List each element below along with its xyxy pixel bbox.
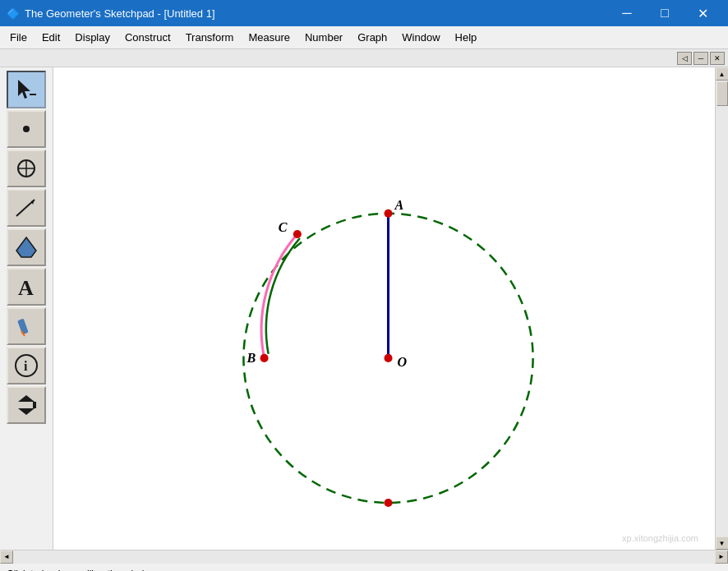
svg-text:B: B — [246, 351, 256, 365]
svg-marker-14 — [18, 395, 35, 402]
mdi-bar: ◁ ─ ✕ — [0, 49, 728, 67]
title-bar: 🔷 The Geometer's Sketchpad - [Untitled 1… — [0, 0, 728, 26]
svg-point-19 — [385, 210, 393, 218]
menu-measure[interactable]: Measure — [242, 29, 297, 46]
menu-bar: File Edit Display Construct Transform Me… — [0, 26, 728, 49]
svg-marker-15 — [18, 408, 35, 415]
canvas[interactable]: A O C B xp.xitongzhijia.com — [53, 67, 715, 550]
mdi-close-button[interactable]: ✕ — [710, 52, 725, 65]
mdi-minimize-button[interactable]: ─ — [693, 52, 708, 65]
scroll-right-button[interactable]: ► — [715, 550, 728, 564]
marker-tool[interactable] — [7, 307, 46, 345]
menu-edit[interactable]: Edit — [35, 29, 67, 46]
svg-marker-1 — [30, 94, 36, 95]
main-area: A i — [0, 67, 728, 550]
svg-rect-16 — [33, 402, 36, 408]
status-bar: Click to begin scrolling the window — [0, 563, 728, 571]
svg-point-3 — [18, 160, 35, 177]
compass-tool[interactable] — [7, 150, 46, 187]
point-tool[interactable] — [7, 110, 46, 148]
menu-graph[interactable]: Graph — [351, 29, 394, 46]
svg-text:A: A — [18, 276, 34, 300]
polygon-tool[interactable] — [7, 228, 46, 266]
menu-window[interactable]: Window — [395, 29, 446, 46]
scrollbar-right[interactable]: ▲ ▼ — [715, 67, 728, 550]
more-tools[interactable] — [7, 386, 46, 424]
svg-marker-8 — [16, 237, 36, 257]
minimize-button[interactable]: ─ — [608, 0, 646, 26]
svg-text:A: A — [394, 198, 404, 212]
scroll-thumb-vertical[interactable] — [716, 81, 728, 106]
svg-point-23 — [293, 230, 302, 238]
svg-text:C: C — [279, 220, 288, 234]
svg-line-6 — [16, 200, 35, 216]
svg-rect-10 — [17, 319, 29, 335]
window-controls: ─ □ ✕ — [608, 0, 721, 26]
window-title: The Geometer's Sketchpad - [Untitled 1] — [25, 7, 215, 20]
scroll-left-button[interactable]: ◄ — [0, 550, 13, 564]
text-tool[interactable]: A — [7, 268, 46, 306]
info-tool[interactable]: i — [7, 347, 46, 385]
maximize-button[interactable]: □ — [646, 0, 684, 26]
menu-construct[interactable]: Construct — [118, 29, 177, 46]
svg-point-21 — [385, 354, 393, 362]
scroll-down-button[interactable]: ▼ — [716, 536, 729, 550]
svg-point-27 — [385, 499, 393, 507]
scroll-track-vertical[interactable] — [716, 81, 729, 536]
scroll-track-horizontal[interactable] — [13, 550, 715, 564]
close-button[interactable]: ✕ — [684, 0, 721, 26]
mdi-restore-button[interactable]: ◁ — [677, 52, 692, 65]
svg-text:O: O — [398, 355, 408, 369]
menu-display[interactable]: Display — [68, 29, 117, 46]
menu-transform[interactable]: Transform — [179, 29, 241, 46]
svg-point-12 — [16, 355, 37, 376]
toolbar: A i — [0, 67, 53, 550]
scrollbar-bottom[interactable]: ◄ ► — [0, 550, 728, 563]
arrow-tool[interactable] — [7, 71, 46, 108]
svg-line-11 — [21, 331, 25, 336]
svg-marker-0 — [18, 80, 30, 99]
status-message: Click to begin scrolling the window — [7, 569, 157, 572]
line-tool[interactable] — [7, 189, 46, 227]
menu-file[interactable]: File — [3, 29, 34, 46]
svg-point-2 — [23, 126, 30, 132]
menu-help[interactable]: Help — [449, 29, 484, 46]
svg-text:i: i — [24, 359, 28, 373]
menu-number[interactable]: Number — [298, 29, 349, 46]
svg-marker-7 — [31, 200, 35, 205]
app-icon: 🔷 — [7, 7, 20, 20]
scroll-up-button[interactable]: ▲ — [716, 67, 729, 81]
svg-point-25 — [260, 354, 269, 362]
